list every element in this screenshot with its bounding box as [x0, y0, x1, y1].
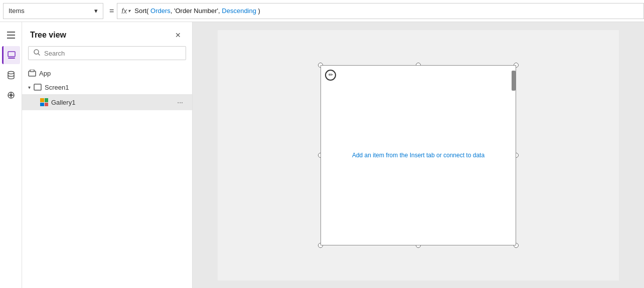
svg-rect-13 [30, 70, 34, 72]
dropdown-arrow-icon: ▾ [94, 7, 98, 15]
top-bar: Items ▾ = fx ▾ Sort( Orders, 'Order Numb… [0, 0, 644, 22]
chevron-down-icon: ▾ [28, 85, 31, 90]
pencil-icon: ✏ [329, 72, 333, 78]
app-icon [28, 69, 36, 77]
gallery1-label: Gallery1 [51, 99, 75, 106]
tools-bar-icon[interactable] [2, 86, 20, 104]
tree-header: Tree view ✕ [22, 22, 192, 46]
svg-rect-4 [8, 58, 15, 59]
screen-icon [34, 83, 42, 91]
svg-rect-3 [8, 52, 15, 57]
tree-panel: Tree view ✕ App [22, 22, 193, 288]
layers-bar-icon[interactable] [2, 46, 20, 64]
svg-rect-1 [7, 35, 15, 36]
fx-chevron-icon: ▾ [128, 8, 130, 14]
app-label: App [39, 70, 51, 77]
search-box [28, 46, 186, 60]
canvas-container: ✏ Add an item from the Insert tab or con… [218, 30, 619, 280]
svg-rect-0 [7, 32, 15, 33]
tree-items: App ▾ Screen1 [22, 66, 192, 288]
equals-sign: = [109, 7, 114, 16]
svg-point-5 [8, 72, 14, 74]
property-dropdown[interactable]: Items ▾ [3, 3, 103, 19]
icon-bar [0, 22, 22, 288]
main-content: Tree view ✕ App [0, 22, 644, 288]
fx-label: fx ▾ [121, 7, 130, 15]
svg-rect-2 [7, 38, 15, 39]
tree-item-screen1[interactable]: ▾ Screen1 [22, 80, 192, 94]
formula-bar[interactable]: fx ▾ Sort( Orders, 'Order Number', Desce… [117, 3, 644, 19]
tree-item-gallery1[interactable]: Gallery1 ··· [22, 94, 192, 110]
canvas-area: ✏ Add an item from the Insert tab or con… [193, 22, 644, 288]
search-input[interactable] [44, 50, 181, 57]
gallery-inner: ✏ Add an item from the Insert tab or con… [320, 65, 516, 245]
edit-button[interactable]: ✏ [325, 70, 336, 81]
gallery1-more-button[interactable]: ··· [174, 97, 186, 107]
tree-view-title: Tree view [30, 31, 66, 40]
tree-close-button[interactable]: ✕ [172, 29, 184, 41]
property-label: Items [9, 7, 25, 15]
database-bar-icon[interactable] [2, 66, 20, 84]
gallery-placeholder: Add an item from the Insert tab or conne… [352, 152, 485, 159]
gallery-icon [40, 98, 48, 106]
svg-line-11 [38, 54, 40, 56]
svg-rect-14 [34, 84, 41, 90]
screen1-label: Screen1 [45, 84, 69, 91]
gallery-widget[interactable]: ✏ Add an item from the Insert tab or con… [320, 65, 516, 245]
tree-item-app[interactable]: App [22, 66, 192, 80]
scrollbar-handle[interactable] [512, 71, 516, 91]
search-icon [34, 49, 40, 57]
svg-point-10 [34, 50, 39, 54]
menu-bar-icon[interactable] [2, 26, 20, 44]
formula-text: Sort( Orders, 'Order Number', Descending… [134, 7, 260, 15]
